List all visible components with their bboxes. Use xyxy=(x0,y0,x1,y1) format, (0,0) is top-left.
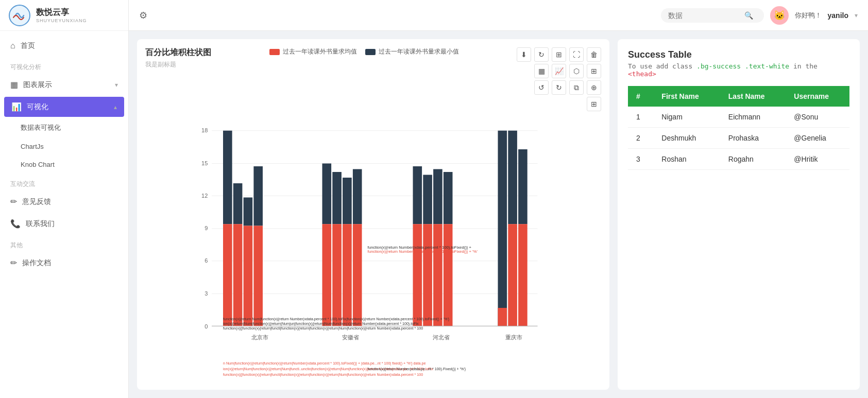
chartjs-label: ChartJs xyxy=(21,143,44,150)
feedback-icon: ✏ xyxy=(10,197,17,206)
toolbar-3d-btn[interactable]: ⬡ xyxy=(569,64,584,78)
visualization-label: 可视化 xyxy=(27,102,48,112)
toolbar-data-btn[interactable]: ⊞ xyxy=(587,97,601,111)
svg-rect-43 xyxy=(508,131,517,224)
sidebar-item-home[interactable]: ⌂ 首页 xyxy=(0,35,128,57)
chart-svg: 18 15 12 9 6 3 0 xyxy=(145,115,601,382)
chart-display-arrow: ▾ xyxy=(115,81,118,89)
cell-username: @Genelia xyxy=(786,128,849,149)
svg-rect-31 xyxy=(353,224,362,326)
svg-rect-38 xyxy=(423,224,432,326)
svg-rect-15 xyxy=(223,131,232,224)
svg-text:6: 6 xyxy=(205,257,208,264)
table-row: 3 Roshan Rogahn @Hritik xyxy=(628,149,849,170)
svg-rect-29 xyxy=(332,224,342,326)
svg-text:ion(x){return|Num|function(x){: ion(x){return|Num|function(x){return|Num… xyxy=(223,322,419,326)
cell-num: 2 xyxy=(628,128,653,149)
table-header-row: # First Name Last Name Username xyxy=(628,86,849,107)
toolbar-line-btn[interactable]: 📈 xyxy=(552,64,566,78)
cell-firstname: Deshmukh xyxy=(653,128,720,149)
legend-item-2: 过去一年读课外书量求最小值 xyxy=(365,47,459,56)
svg-text:安徽省: 安徽省 xyxy=(342,334,359,340)
cell-username: @Sonu xyxy=(786,107,849,128)
svg-rect-36 xyxy=(444,172,453,224)
chart-svg-container: 18 15 12 9 6 3 0 xyxy=(145,115,601,382)
toolbar-expand-btn[interactable]: ⛶ xyxy=(569,47,584,62)
code-in-the: in the xyxy=(789,62,818,70)
page-body: 百分比堆积柱状图 我是副标题 过去一年读课外书量求均值 过去一年读课外书量求最小… xyxy=(129,31,868,398)
svg-text:0: 0 xyxy=(205,323,208,330)
toolbar-rotate2-btn[interactable]: ↻ xyxy=(552,80,566,95)
docs-icon: ✏ xyxy=(10,258,17,268)
cell-lastname: Eichmann xyxy=(720,107,786,128)
legend-color-2 xyxy=(365,49,376,55)
svg-rect-19 xyxy=(223,224,232,326)
legend-label-2: 过去一年读课外书量求最小值 xyxy=(379,47,459,56)
sidebar-item-chart-display[interactable]: ▦ 图表展示 ▾ xyxy=(0,74,128,96)
section-label-interaction: 互动交流 xyxy=(0,174,128,191)
cell-firstname: Roshan xyxy=(653,149,720,170)
sidebar-nav: ⌂ 首页 可视化分析 ▦ 图表展示 ▾ 📊 可视化 ▴ 数据表可视化 Chart… xyxy=(0,31,128,398)
toolbar-plus-btn[interactable]: ⊕ xyxy=(587,80,601,95)
svg-rect-18 xyxy=(253,166,263,226)
avatar[interactable]: 🐱 xyxy=(770,6,789,25)
svg-text:function(x){return Number(xdat: function(x){return Number(xdata.percent … xyxy=(368,249,478,254)
data-vis-label: 数据表可视化 xyxy=(21,123,61,132)
toolbar-file-btn[interactable]: ⊞ xyxy=(552,47,566,62)
section-label-visualization: 可视化分析 xyxy=(0,57,128,74)
search-input[interactable] xyxy=(668,11,740,20)
sidebar-home-label: 首页 xyxy=(21,41,35,50)
gear-icon[interactable]: ⚙ xyxy=(139,10,147,21)
toolbar-download-btn[interactable]: ⬇ xyxy=(517,47,531,62)
logo-sub-text: SHUYUEYUNXIANG xyxy=(36,18,87,23)
svg-rect-39 xyxy=(433,224,442,326)
sidebar-subitem-knob-chart[interactable]: Knob Chart xyxy=(0,155,128,174)
svg-rect-21 xyxy=(244,226,253,326)
toolbar-row-3: ↺ ↻ ⧉ ⊕ xyxy=(534,80,601,95)
main-content: ⚙ 🔍 🐱 你好鸭！ yanilo ▾ 百分比堆积柱状图 我是副标题 xyxy=(129,0,868,398)
sidebar-item-contact[interactable]: 📞 联系我们 xyxy=(0,213,128,235)
table-body: 1 Nigam Eichmann @Sonu 2 Deshmukh Prohas… xyxy=(628,107,849,170)
toolbar-refresh-btn[interactable]: ↻ xyxy=(534,47,549,62)
logo-icon xyxy=(8,4,31,27)
sidebar-subitem-data-vis[interactable]: 数据表可视化 xyxy=(0,118,128,137)
legend-label-1: 过去一年读课外书量求均值 xyxy=(283,47,357,56)
svg-text:3: 3 xyxy=(205,290,208,297)
sidebar-item-visualization[interactable]: 📊 可视化 ▴ xyxy=(4,97,124,117)
svg-text:n Num|function(x){return|funct: n Num|function(x){return|function(x){ret… xyxy=(223,361,426,366)
sidebar-subitem-chartjs[interactable]: ChartJs xyxy=(0,137,128,155)
chart-title: 百分比堆积柱状图 xyxy=(145,47,211,58)
svg-rect-25 xyxy=(332,172,342,224)
toolbar-bar-btn[interactable]: ▦ xyxy=(534,64,549,78)
sidebar-item-feedback[interactable]: ✏ 意见反馈 xyxy=(0,191,128,213)
toolbar-rotate1-btn[interactable]: ↺ xyxy=(534,80,549,95)
sidebar-item-docs[interactable]: ✏ 操作文档 xyxy=(0,252,128,274)
section-label-other: 其他 xyxy=(0,235,128,252)
toolbar-copy-btn[interactable]: ⧉ xyxy=(569,80,584,95)
svg-text:function(x){return Number(xdat: function(x){return Number(xdata.percent … xyxy=(368,245,472,250)
toolbar-grid-btn[interactable]: ⊞ xyxy=(587,64,601,78)
user-dropdown-arrow[interactable]: ▾ xyxy=(855,12,858,19)
search-box: 🔍 xyxy=(661,8,764,23)
svg-rect-37 xyxy=(413,224,422,326)
toolbar-row-1: ⬇ ↻ ⊞ ⛶ 🗑 xyxy=(517,47,601,62)
chart-title-block: 百分比堆积柱状图 我是副标题 xyxy=(145,47,211,69)
svg-rect-28 xyxy=(322,224,332,326)
svg-text:function(x){return Num|functio: function(x){return Num|function(x){retur… xyxy=(223,317,450,321)
svg-rect-16 xyxy=(233,183,243,224)
svg-text:河北省: 河北省 xyxy=(433,334,450,340)
chart-display-icon: ▦ xyxy=(10,80,18,90)
chart-header: 百分比堆积柱状图 我是副标题 过去一年读课外书量求均值 过去一年读课外书量求最小… xyxy=(145,47,601,111)
table-row: 2 Deshmukh Prohaska @Genelia xyxy=(628,128,849,149)
svg-text:18: 18 xyxy=(201,127,208,133)
chart-area: 百分比堆积柱状图 我是副标题 过去一年读课外书量求均值 过去一年读课外书量求最小… xyxy=(137,39,609,390)
svg-rect-42 xyxy=(498,131,507,326)
svg-rect-27 xyxy=(353,169,362,224)
cell-username: @Hritik xyxy=(786,149,849,170)
toolbar-delete-btn[interactable]: 🗑 xyxy=(587,47,601,62)
svg-text:重庆市: 重庆市 xyxy=(505,334,522,340)
code-bg-success: .bg-success xyxy=(696,62,741,70)
svg-rect-24 xyxy=(322,164,332,224)
search-icon[interactable]: 🔍 xyxy=(744,11,753,20)
username[interactable]: yanilo xyxy=(828,11,848,20)
